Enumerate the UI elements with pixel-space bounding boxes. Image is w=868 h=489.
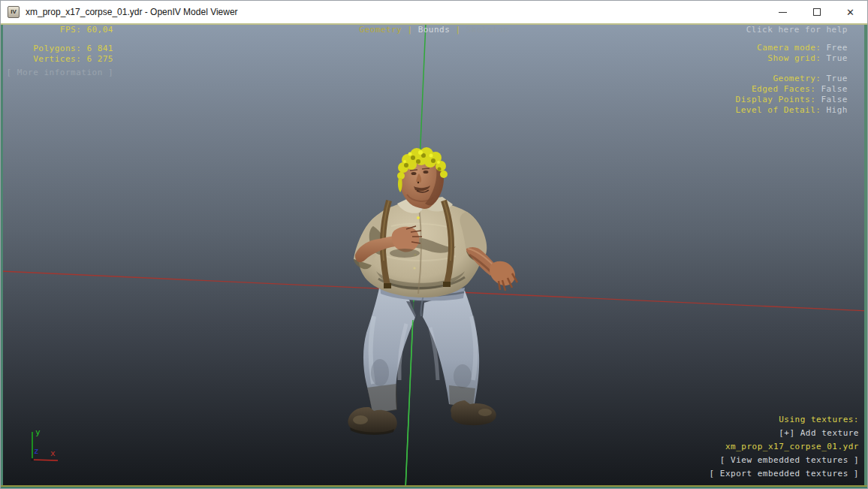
setting-level-of-detail[interactable]: Level of Detail:High [736, 105, 848, 116]
openiv-app-icon: IV [8, 6, 20, 18]
setting-show-grid[interactable]: Show grid:True [736, 53, 848, 64]
gizmo-z-label: z [34, 446, 39, 456]
viewport-border-bottom-teal [1, 487, 867, 488]
viewport-border-right [864, 25, 867, 487]
viewport-border-left [1, 25, 3, 487]
setting-camera-mode[interactable]: Camera mode:Free [736, 43, 848, 53]
corpse-model [348, 147, 517, 435]
more-information-button[interactable]: [ More information ] [1, 68, 113, 78]
gizmo-x-label: x [50, 448, 56, 458]
add-texture-button[interactable]: [+] Add texture [710, 427, 859, 440]
minimize-button[interactable] [766, 1, 800, 23]
maximize-icon [813, 8, 821, 16]
vertices-readout: Vertices: 6 275 [1, 54, 113, 65]
window-controls: ✕ [766, 1, 867, 23]
close-icon: ✕ [846, 8, 854, 17]
tab-bounds[interactable]: Bounds [418, 25, 451, 35]
textures-panel: Using textures: [+] Add texture xm_prop_… [710, 413, 859, 481]
model-viewport[interactable]: y x z FPS: 60,04 Polygons: 6 841 Vertice… [1, 23, 867, 488]
settings-panel: Click here for help Camera mode:Free Sho… [736, 25, 848, 116]
setting-edged-faces[interactable]: Edged Faces:False [736, 84, 848, 95]
tab-skeleton[interactable]: Skeleton [466, 25, 509, 35]
openiv-model-viewer-window: IV xm_prop_x17_corpse_01.ydr - OpenIV Mo… [0, 0, 868, 489]
tab-separator: | [456, 25, 461, 35]
y-axis-line-front [405, 320, 413, 489]
setting-geometry[interactable]: Geometry:True [736, 74, 848, 84]
export-embedded-textures-button[interactable]: [ Export embedded textures ] [710, 467, 859, 481]
model-jeans [363, 283, 479, 413]
texture-source-file[interactable]: xm_prop_x17_corpse_01.ydr [710, 440, 859, 454]
tab-separator: | [407, 25, 412, 35]
tab-geometry[interactable]: Geometry [359, 25, 402, 35]
setting-display-points[interactable]: Display Points:False [736, 95, 848, 105]
model-boots [348, 400, 496, 435]
axis-gizmo: y x z [31, 427, 58, 461]
gizmo-y-label: y [35, 427, 41, 437]
maximize-button[interactable] [800, 1, 833, 23]
minimize-icon [779, 12, 787, 13]
polygons-readout: Polygons: 6 841 [1, 44, 113, 54]
title-bar[interactable]: IV xm_prop_x17_corpse_01.ydr - OpenIV Mo… [1, 1, 867, 23]
view-embedded-textures-button[interactable]: [ View embedded textures ] [710, 454, 859, 467]
help-link[interactable]: Click here for help [736, 25, 848, 35]
window-title: xm_prop_x17_corpse_01.ydr - OpenIV Model… [26, 1, 238, 23]
close-button[interactable]: ✕ [833, 1, 867, 23]
using-textures-header: Using textures: [710, 413, 859, 427]
